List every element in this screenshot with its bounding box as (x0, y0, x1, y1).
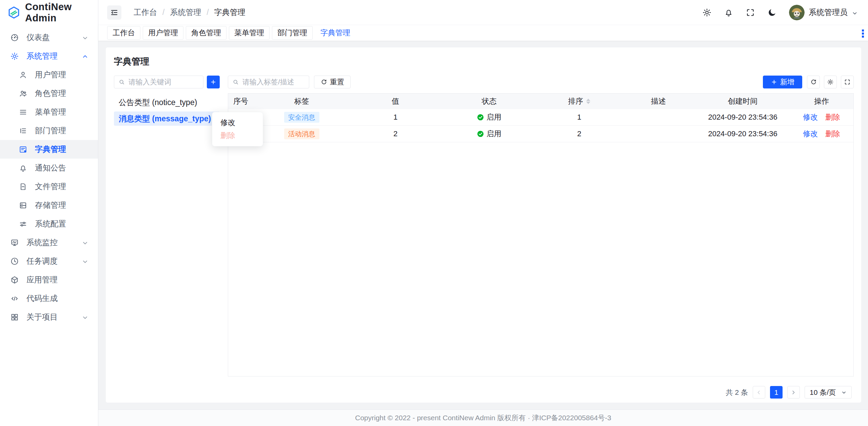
app-name: ContiNew Admin (25, 1, 98, 24)
sidebar-item-dashboard[interactable]: 仪表盘 (0, 28, 98, 47)
dict-type-item-message[interactable]: 消息类型 (message_type) (114, 111, 220, 126)
breadcrumb-item[interactable]: 字典管理 (214, 7, 245, 18)
reset-button[interactable]: 重置 (314, 76, 351, 88)
dictionary-icon (19, 145, 27, 154)
breadcrumb-item[interactable]: 系统管理 (170, 7, 201, 18)
table-header-row: 序号 标签 值 状态 排序 描述 创建时间 操作 (228, 94, 853, 109)
add-button[interactable]: 新增 (763, 76, 802, 88)
sidebar-item-storage-mgmt[interactable]: 存储管理 (0, 196, 98, 215)
tree-list-icon (19, 126, 27, 135)
table-row[interactable]: 1 安全消息 1 启用 1 2024-09-20 23:54:36 修改删除 (228, 109, 853, 126)
delete-link[interactable]: 删除 (825, 129, 840, 139)
chevron-right-icon (790, 389, 796, 395)
app-logo[interactable]: ContiNew Admin (0, 0, 98, 25)
add-dict-type-button[interactable] (207, 76, 220, 88)
dark-mode-moon-icon[interactable] (767, 8, 777, 17)
sidebar-item-monitor[interactable]: 系统监控 (0, 233, 98, 252)
next-page-button[interactable] (787, 386, 800, 399)
dict-type-panel: 公告类型 (notice_type) 消息类型 (message_type) (114, 76, 220, 399)
filter-search-input[interactable] (228, 76, 309, 88)
table-toolbar: 重置 新增 (228, 76, 854, 88)
cell-value: 2 (350, 129, 441, 138)
chevron-down-icon (82, 258, 88, 265)
user-icon (19, 70, 27, 79)
chevron-up-icon (82, 53, 88, 60)
chevron-down-icon (841, 390, 847, 395)
tab-workbench[interactable]: 工作台 (107, 26, 140, 40)
sidebar-item-user-mgmt[interactable]: 用户管理 (0, 65, 98, 84)
chevron-down-icon (852, 9, 858, 16)
sidebar-item-label: 应用管理 (26, 275, 58, 285)
tab-menu-mgmt[interactable]: 菜单管理 (229, 26, 270, 40)
status-label: 启用 (487, 112, 501, 122)
table-fullscreen-button[interactable] (841, 76, 854, 88)
sort-carets-icon[interactable] (586, 99, 590, 104)
fullscreen-icon[interactable] (746, 8, 755, 17)
sidebar-collapse-button[interactable] (107, 5, 121, 20)
column-settings-button[interactable] (824, 76, 837, 88)
reset-label: 重置 (330, 77, 344, 87)
keyword-search-field[interactable] (129, 78, 199, 86)
sidebar-menu: 仪表盘 系统管理 用户管理 角色管理 菜单管理 部 (0, 25, 98, 326)
fullscreen-icon (844, 79, 851, 85)
sidebar-item-about[interactable]: 关于项目 (0, 308, 98, 326)
sidebar-item-label: 字典管理 (35, 144, 66, 155)
sidebar-item-codegen[interactable]: 代码生成 (0, 289, 98, 308)
sidebar-item-label: 代码生成 (26, 293, 58, 304)
sidebar-item-app-mgmt[interactable]: 应用管理 (0, 270, 98, 289)
sidebar-item-label: 用户管理 (35, 69, 66, 80)
refresh-table-button[interactable] (807, 76, 820, 88)
tab-dict-mgmt[interactable]: 字典管理 (315, 26, 356, 40)
search-icon (232, 79, 239, 85)
tab-dept-mgmt[interactable]: 部门管理 (272, 26, 313, 40)
sidebar-item-label: 任务调度 (26, 256, 58, 266)
delete-link[interactable]: 删除 (825, 112, 840, 122)
sidebar-item-menu-mgmt[interactable]: 菜单管理 (0, 103, 98, 121)
dict-type-item-notice[interactable]: 公告类型 (notice_type) (114, 95, 220, 109)
sidebar-item-role-mgmt[interactable]: 角色管理 (0, 84, 98, 103)
chevron-down-icon (82, 314, 88, 321)
monitor-icon (10, 238, 19, 247)
col-header-status: 状态 (441, 96, 538, 106)
page-number-1[interactable]: 1 (770, 386, 783, 399)
gear-icon (827, 79, 834, 85)
sliders-icon (19, 220, 27, 228)
sidebar-item-scheduler[interactable]: 任务调度 (0, 252, 98, 270)
filter-search-field[interactable] (242, 78, 305, 86)
prev-page-button[interactable] (753, 386, 765, 399)
user-menu[interactable]: 系统管理员 (789, 5, 858, 20)
sidebar-item-dict-mgmt[interactable]: 字典管理 (0, 140, 98, 159)
sort-header-label: 排序 (568, 96, 583, 106)
tab-user-mgmt[interactable]: 用户管理 (143, 26, 183, 40)
sidebar-item-sys-config[interactable]: 系统配置 (0, 215, 98, 233)
logo-hexagon-icon (7, 5, 20, 20)
sidebar-item-system[interactable]: 系统管理 (0, 47, 98, 65)
header-actions: 系统管理员 (702, 5, 858, 20)
sidebar-item-file-mgmt[interactable]: 文件管理 (0, 177, 98, 196)
sidebar-item-label: 通知公告 (35, 163, 66, 173)
col-header-sort[interactable]: 排序 (538, 96, 621, 106)
table-row[interactable]: 活动消息 2 启用 2 2024-09-20 23:54:36 修改删除 (228, 126, 853, 142)
keyword-search-input[interactable] (114, 76, 203, 88)
settings-icon[interactable] (702, 8, 712, 17)
context-menu: 修改 删除 (212, 112, 263, 146)
notifications-bell-icon[interactable] (724, 8, 733, 17)
sidebar-item-label: 系统配置 (35, 219, 66, 229)
edit-link[interactable]: 修改 (803, 129, 818, 139)
context-menu-edit[interactable]: 修改 (212, 116, 263, 129)
context-menu-delete[interactable]: 删除 (212, 129, 263, 142)
tab-more-icon[interactable] (862, 29, 864, 38)
sidebar-item-notice-mgmt[interactable]: 通知公告 (0, 159, 98, 177)
edit-link[interactable]: 修改 (803, 112, 818, 122)
grid-icon (10, 313, 19, 322)
breadcrumb-separator: / (206, 8, 209, 17)
col-header-desc: 描述 (621, 96, 696, 106)
breadcrumb-item[interactable]: 工作台 (134, 7, 157, 18)
tab-role-mgmt[interactable]: 角色管理 (186, 26, 226, 40)
pagination-total: 共 2 条 (726, 388, 748, 397)
page-size-select[interactable]: 10 条/页 (805, 386, 852, 399)
sidebar-item-dept-mgmt[interactable]: 部门管理 (0, 121, 98, 140)
sidebar-item-label: 部门管理 (35, 125, 66, 136)
top-header: 工作台 / 系统管理 / 字典管理 系统管理员 (98, 0, 868, 25)
app-root: ContiNew Admin 仪表盘 系统管理 用户管理 角色管理 (0, 0, 868, 426)
